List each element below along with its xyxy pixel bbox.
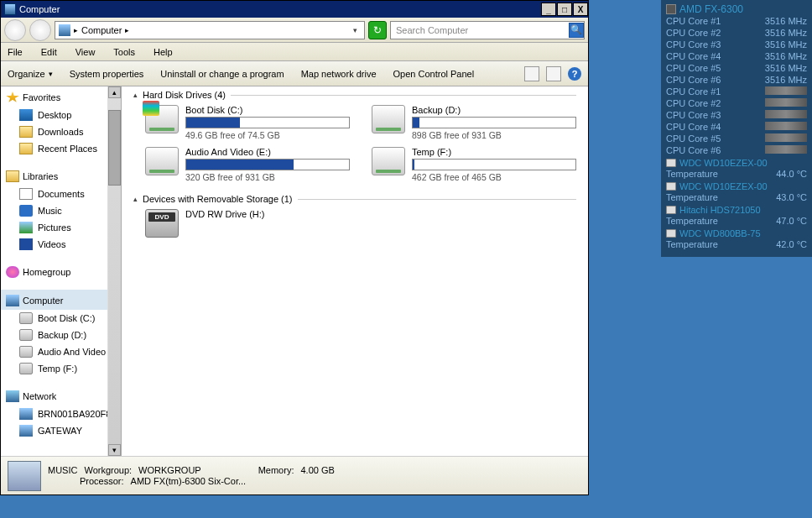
- sidebar-item-recent[interactable]: Recent Places: [1, 140, 107, 157]
- favorites-header[interactable]: Favorites: [1, 86, 107, 107]
- explorer-window: Computer _ □ X ▸ Computer ▸ ▾ ↻ Search C…: [0, 0, 589, 495]
- sidebar-item-drive-e[interactable]: Audio And Video: [1, 343, 107, 360]
- hardware-monitor-gadget: AMD FX-6300 CPU Core #13516 MHzCPU Core …: [661, 0, 812, 257]
- removable-section-header[interactable]: ▴ Devices with Removable Storage (1): [133, 194, 576, 204]
- cpu-core-mhz-row: CPU Core #63516 MHz: [666, 74, 807, 86]
- cmd-control-panel[interactable]: Open Control Panel: [393, 69, 475, 79]
- processor-label: Processor:: [80, 476, 124, 486]
- drive-name: DVD RW Drive (H:): [185, 209, 350, 219]
- sidebar-item-drive-f[interactable]: Temp (F:): [1, 360, 107, 377]
- libraries-header[interactable]: Libraries: [1, 165, 107, 186]
- removable-section-title: Devices with Removable Storage (1): [143, 194, 293, 204]
- processor-value: AMD FX(tm)-6300 Six-Cor...: [131, 476, 247, 486]
- forward-button[interactable]: [29, 19, 51, 41]
- recent-icon: [19, 143, 33, 154]
- divider: [298, 199, 576, 200]
- collapse-icon[interactable]: ▴: [133, 91, 138, 99]
- hard-drive[interactable]: Boot Disk (C:) 49.6 GB free of 74.5 GB: [145, 105, 350, 140]
- capacity-bar: [185, 159, 350, 170]
- load-bar: [765, 122, 807, 130]
- minimize-button[interactable]: _: [541, 3, 556, 16]
- cpu-core-load-row: CPU Core #3: [666, 109, 807, 121]
- scroll-thumb[interactable]: [108, 110, 121, 186]
- command-bar: Organize▾ System properties Uninstall or…: [1, 61, 588, 86]
- drive-icon: [19, 363, 33, 374]
- sidebar-item-videos[interactable]: Videos: [1, 236, 107, 253]
- menu-tools[interactable]: Tools: [110, 45, 138, 59]
- drive-icon: [372, 105, 405, 133]
- workgroup-label: Workgroup:: [84, 465, 132, 475]
- network-header[interactable]: Network: [1, 385, 107, 406]
- sidebar-item-desktop[interactable]: Desktop: [1, 107, 107, 123]
- address-bar[interactable]: ▸ Computer ▸ ▾: [55, 21, 365, 39]
- network-icon: [6, 390, 19, 402]
- back-button[interactable]: [4, 19, 26, 41]
- load-bar: [765, 145, 807, 154]
- hard-drive[interactable]: Audio And Video (E:) 320 GB free of 931 …: [145, 147, 350, 182]
- search-icon[interactable]: 🔍: [569, 23, 584, 38]
- computer-header[interactable]: Computer: [1, 290, 107, 310]
- dvd-drive[interactable]: DVD RW Drive (H:): [145, 209, 350, 238]
- drive-icon: [19, 312, 33, 324]
- preview-pane-button[interactable]: [546, 66, 561, 81]
- search-placeholder: Search Computer: [396, 25, 468, 35]
- cpu-core-mhz-row: CPU Core #33516 MHz: [666, 39, 807, 50]
- scroll-down-button[interactable]: ▾: [108, 444, 121, 456]
- capacity-bar: [185, 117, 350, 128]
- sidebar-item-pictures[interactable]: Pictures: [1, 219, 107, 236]
- removable-grid: DVD RW Drive (H:): [145, 209, 576, 238]
- cmd-uninstall[interactable]: Uninstall or change a program: [160, 69, 284, 79]
- homegroup-header[interactable]: Homegroup: [1, 261, 107, 281]
- sidebar-item-downloads[interactable]: Downloads: [1, 123, 107, 140]
- scroll-up-button[interactable]: ▴: [108, 86, 121, 98]
- computer-icon: [4, 3, 16, 15]
- hard-drive[interactable]: Temp (F:) 462 GB free of 465 GB: [372, 147, 576, 182]
- drive-name: Temp (F:): [412, 147, 576, 157]
- sidebar-scrollbar[interactable]: ▴ ▾: [108, 86, 122, 456]
- cpu-core-load-row: CPU Core #1: [666, 86, 807, 97]
- sidebar-item-net-0[interactable]: BRN001BA920F8: [1, 406, 107, 422]
- hdd-section-header[interactable]: ▴ Hard Disk Drives (4): [133, 90, 576, 100]
- hard-drive[interactable]: Backup (D:) 898 GB free of 931 GB: [372, 105, 576, 140]
- content-pane: ▴ Hard Disk Drives (4) Boot Disk (C:) 49…: [122, 86, 588, 456]
- menu-bar: File Edit View Tools Help: [1, 43, 588, 61]
- title-bar[interactable]: Computer _ □ X: [1, 1, 588, 18]
- window-title: Computer: [19, 4, 60, 14]
- menu-edit[interactable]: Edit: [38, 45, 60, 59]
- cpu-core-mhz-row: CPU Core #23516 MHz: [666, 27, 807, 39]
- menu-view[interactable]: View: [72, 45, 99, 59]
- sidebar-item-documents[interactable]: Documents: [1, 186, 107, 202]
- chevron-right-icon: ▸: [74, 26, 78, 34]
- sidebar-item-net-1[interactable]: GATEWAY: [1, 422, 107, 439]
- cmd-map-drive[interactable]: Map network drive: [301, 69, 377, 79]
- star-icon: [6, 92, 19, 103]
- menu-file[interactable]: File: [4, 45, 26, 59]
- capacity-bar: [412, 117, 576, 128]
- sidebar-item-drive-d[interactable]: Backup (D:): [1, 327, 107, 343]
- hdd-section-title: Hard Disk Drives (4): [143, 90, 226, 100]
- address-dropdown-icon[interactable]: ▾: [350, 26, 361, 34]
- close-button[interactable]: X: [573, 3, 588, 16]
- homegroup-icon: [6, 266, 19, 278]
- cpu-core-load-row: CPU Core #4: [666, 121, 807, 133]
- help-icon[interactable]: ?: [568, 67, 581, 81]
- memory-label: Memory:: [258, 465, 294, 475]
- view-options-button[interactable]: [524, 66, 539, 81]
- maximize-button[interactable]: □: [557, 3, 572, 16]
- drive-free-text: 462 GB free of 465 GB: [412, 172, 576, 182]
- refresh-button[interactable]: ↻: [368, 21, 387, 39]
- collapse-icon[interactable]: ▴: [133, 195, 138, 203]
- sidebar-item-music[interactable]: Music: [1, 202, 107, 219]
- capacity-bar: [412, 159, 576, 170]
- menu-help[interactable]: Help: [150, 45, 176, 59]
- details-name: MUSIC: [48, 465, 77, 475]
- search-input[interactable]: Search Computer 🔍: [390, 21, 585, 39]
- sidebar-item-drive-c[interactable]: Boot Disk (C:): [1, 310, 107, 327]
- load-bar: [765, 133, 807, 142]
- disk-icon: [666, 206, 676, 214]
- drive-icon: [372, 147, 405, 175]
- cmd-system-properties[interactable]: System properties: [70, 69, 144, 79]
- breadcrumb[interactable]: Computer: [81, 25, 122, 35]
- cmd-organize[interactable]: Organize▾: [8, 69, 53, 79]
- drive-icon: [19, 346, 33, 358]
